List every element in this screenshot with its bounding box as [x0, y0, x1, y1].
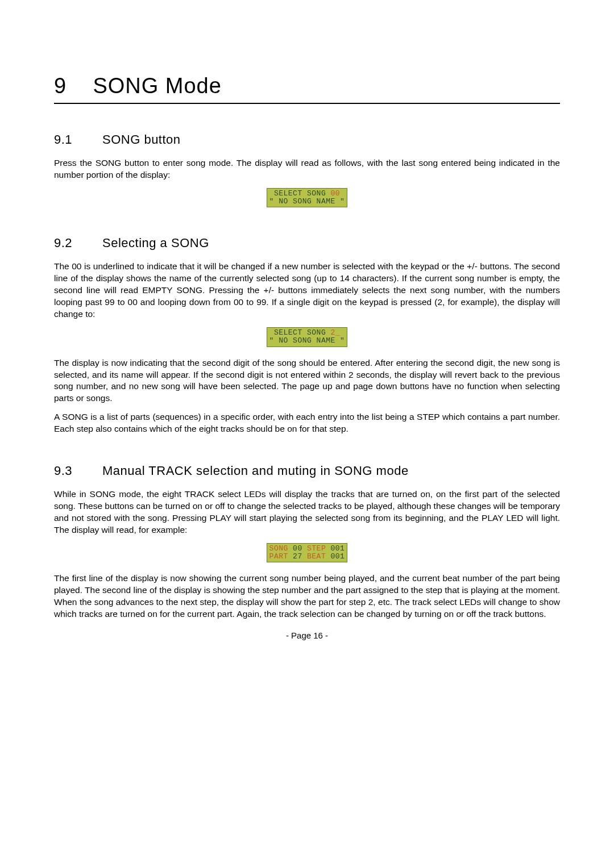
- paragraph: The 00 is underlined to indicate that it…: [54, 261, 560, 320]
- paragraph: A SONG is a list of parts (sequences) in…: [54, 411, 560, 435]
- chapter-name: SONG Mode: [93, 74, 222, 98]
- section-number: 9.1: [54, 132, 102, 147]
- section-title: SONG button: [102, 132, 181, 147]
- lcd-text: 00: [293, 544, 302, 553]
- lcd-screen: SELECT SONG 2_ " NO SONG NAME ": [267, 327, 348, 347]
- lcd-text: 001: [331, 544, 345, 553]
- lcd-text: 001: [331, 552, 345, 561]
- paragraph: The first line of the display is now sho…: [54, 573, 560, 620]
- section-title: Manual TRACK selection and muting in SON…: [102, 464, 409, 478]
- lcd-screen: SELECT SONG 00 " NO SONG NAME ": [267, 188, 348, 208]
- section-title: Selecting a SONG: [102, 236, 209, 250]
- lcd-highlight: 00: [331, 189, 341, 198]
- lcd-highlight: 2_: [331, 328, 341, 337]
- lcd-highlight: STEP: [302, 544, 331, 553]
- lcd-text: 27: [293, 552, 302, 561]
- lcd-display-2: SELECT SONG 2_ " NO SONG NAME ": [54, 327, 560, 347]
- section-heading-9-2: 9.2Selecting a SONG: [54, 236, 560, 251]
- section-number: 9.2: [54, 236, 102, 251]
- chapter-number: 9: [54, 74, 67, 98]
- lcd-text: SELECT SONG: [269, 328, 331, 337]
- lcd-highlight: BEAT: [302, 552, 331, 561]
- page-footer: - Page 16 -: [54, 631, 560, 640]
- lcd-display-3: SONG 00 STEP 001PART 27 BEAT 001: [54, 543, 560, 563]
- lcd-text: " NO SONG NAME ": [269, 337, 345, 345]
- lcd-highlight: PART: [269, 552, 293, 561]
- section-heading-9-1: 9.1SONG button: [54, 132, 560, 147]
- lcd-text: SELECT SONG: [269, 189, 331, 198]
- section-heading-9-3: 9.3Manual TRACK selection and muting in …: [54, 464, 560, 478]
- page-content: 9 SONG Mode 9.1SONG button Press the SON…: [0, 0, 614, 663]
- lcd-text: " NO SONG NAME ": [269, 198, 345, 206]
- paragraph: While in SONG mode, the eight TRACK sele…: [54, 489, 560, 536]
- chapter-title: 9 SONG Mode: [54, 74, 560, 104]
- lcd-screen: SONG 00 STEP 001PART 27 BEAT 001: [267, 543, 348, 563]
- paragraph: The display is now indicating that the s…: [54, 357, 560, 405]
- lcd-display-1: SELECT SONG 00 " NO SONG NAME ": [54, 188, 560, 208]
- paragraph: Press the SONG button to enter song mode…: [54, 157, 560, 181]
- lcd-highlight: SONG: [269, 544, 293, 553]
- section-number: 9.3: [54, 464, 102, 478]
